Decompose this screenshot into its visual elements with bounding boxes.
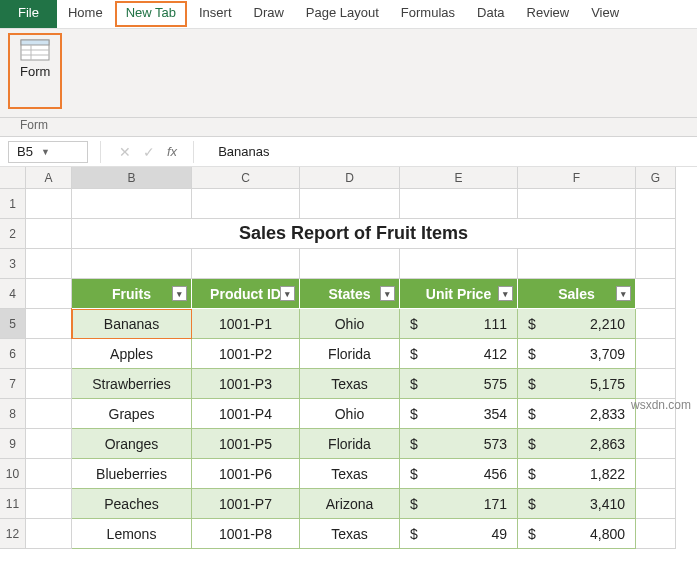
cell-fruit[interactable]: Bananas (72, 309, 192, 339)
cell-sales[interactable]: $3,410 (518, 489, 636, 519)
tab-page-layout[interactable]: Page Layout (295, 0, 390, 28)
cell-A12[interactable] (26, 519, 72, 549)
cell-price[interactable]: $575 (400, 369, 518, 399)
row-head-5[interactable]: 5 (0, 309, 26, 339)
confirm-icon[interactable]: ✓ (143, 144, 155, 160)
cell-sales[interactable]: $2,833 (518, 399, 636, 429)
form-button[interactable]: Form (16, 37, 54, 81)
cell-fruit[interactable]: Peaches (72, 489, 192, 519)
cell-state[interactable]: Texas (300, 459, 400, 489)
cell-fruit[interactable]: Oranges (72, 429, 192, 459)
row-head-1[interactable]: 1 (0, 189, 26, 219)
cell-G2[interactable] (636, 219, 676, 249)
cell-pid[interactable]: 1001-P2 (192, 339, 300, 369)
cell-state[interactable]: Florida (300, 339, 400, 369)
col-head-G[interactable]: G (636, 167, 676, 189)
cell-pid[interactable]: 1001-P5 (192, 429, 300, 459)
cell-sales[interactable]: $2,863 (518, 429, 636, 459)
cell-sales[interactable]: $1,822 (518, 459, 636, 489)
cell-price[interactable]: $354 (400, 399, 518, 429)
tab-formulas[interactable]: Formulas (390, 0, 466, 28)
name-box[interactable]: B5 ▼ (8, 141, 88, 163)
cell-C3[interactable] (192, 249, 300, 279)
cell-G11[interactable] (636, 489, 676, 519)
cell-G4[interactable] (636, 279, 676, 309)
col-head-D[interactable]: D (300, 167, 400, 189)
tab-review[interactable]: Review (516, 0, 581, 28)
name-box-dropdown-icon[interactable]: ▼ (41, 147, 50, 157)
tab-data[interactable]: Data (466, 0, 515, 28)
row-head-10[interactable]: 10 (0, 459, 26, 489)
cell-fruit[interactable]: Grapes (72, 399, 192, 429)
row-head-2[interactable]: 2 (0, 219, 26, 249)
cell-sales[interactable]: $5,175 (518, 369, 636, 399)
tab-view[interactable]: View (580, 0, 630, 28)
row-head-12[interactable]: 12 (0, 519, 26, 549)
cell-C1[interactable] (192, 189, 300, 219)
tab-draw[interactable]: Draw (243, 0, 295, 28)
cell-G10[interactable] (636, 459, 676, 489)
cell-pid[interactable]: 1001-P3 (192, 369, 300, 399)
cell-fruit[interactable]: Lemons (72, 519, 192, 549)
tab-insert[interactable]: Insert (188, 0, 243, 28)
cell-F3[interactable] (518, 249, 636, 279)
filter-icon[interactable] (172, 286, 187, 301)
row-head-3[interactable]: 3 (0, 249, 26, 279)
cell-E3[interactable] (400, 249, 518, 279)
cell-sales[interactable]: $2,210 (518, 309, 636, 339)
col-head-F[interactable]: F (518, 167, 636, 189)
col-head-B[interactable]: B (72, 167, 192, 189)
cell-pid[interactable]: 1001-P7 (192, 489, 300, 519)
cell-state[interactable]: Texas (300, 519, 400, 549)
table-header-sales[interactable]: Sales (518, 279, 636, 309)
cell-A5[interactable] (26, 309, 72, 339)
tab-home[interactable]: Home (57, 0, 114, 28)
cell-B1[interactable] (72, 189, 192, 219)
row-head-7[interactable]: 7 (0, 369, 26, 399)
cell-A4[interactable] (26, 279, 72, 309)
cell-price[interactable]: $573 (400, 429, 518, 459)
cell-G1[interactable] (636, 189, 676, 219)
fx-icon[interactable]: fx (167, 144, 177, 159)
row-head-9[interactable]: 9 (0, 429, 26, 459)
cell-A10[interactable] (26, 459, 72, 489)
cell-A8[interactable] (26, 399, 72, 429)
row-head-8[interactable]: 8 (0, 399, 26, 429)
cell-state[interactable]: Texas (300, 369, 400, 399)
cell-A2[interactable] (26, 219, 72, 249)
worksheet-grid[interactable]: ABCDEFG12Sales Report of Fruit Items34Fr… (0, 167, 697, 549)
row-head-4[interactable]: 4 (0, 279, 26, 309)
cell-fruit[interactable]: Apples (72, 339, 192, 369)
cell-G9[interactable] (636, 429, 676, 459)
cell-fruit[interactable]: Strawberries (72, 369, 192, 399)
cell-pid[interactable]: 1001-P6 (192, 459, 300, 489)
cell-A9[interactable] (26, 429, 72, 459)
cell-fruit[interactable]: Blueberries (72, 459, 192, 489)
cell-G5[interactable] (636, 309, 676, 339)
cell-A7[interactable] (26, 369, 72, 399)
col-head-C[interactable]: C (192, 167, 300, 189)
cell-price[interactable]: $456 (400, 459, 518, 489)
row-head-11[interactable]: 11 (0, 489, 26, 519)
filter-icon[interactable] (380, 286, 395, 301)
row-head-6[interactable]: 6 (0, 339, 26, 369)
cell-D3[interactable] (300, 249, 400, 279)
cell-E1[interactable] (400, 189, 518, 219)
cell-G6[interactable] (636, 339, 676, 369)
table-header-product-id[interactable]: Product ID (192, 279, 300, 309)
cell-sales[interactable]: $4,800 (518, 519, 636, 549)
cell-state[interactable]: Ohio (300, 399, 400, 429)
cell-A1[interactable] (26, 189, 72, 219)
cell-A3[interactable] (26, 249, 72, 279)
cell-G7[interactable] (636, 369, 676, 399)
col-head-A[interactable]: A (26, 167, 72, 189)
table-header-states[interactable]: States (300, 279, 400, 309)
cell-state[interactable]: Arizona (300, 489, 400, 519)
cell-price[interactable]: $171 (400, 489, 518, 519)
table-header-fruits[interactable]: Fruits (72, 279, 192, 309)
cell-sales[interactable]: $3,709 (518, 339, 636, 369)
cell-price[interactable]: $111 (400, 309, 518, 339)
tab-new-tab[interactable]: New Tab (115, 1, 187, 27)
cell-pid[interactable]: 1001-P8 (192, 519, 300, 549)
filter-icon[interactable] (498, 286, 513, 301)
